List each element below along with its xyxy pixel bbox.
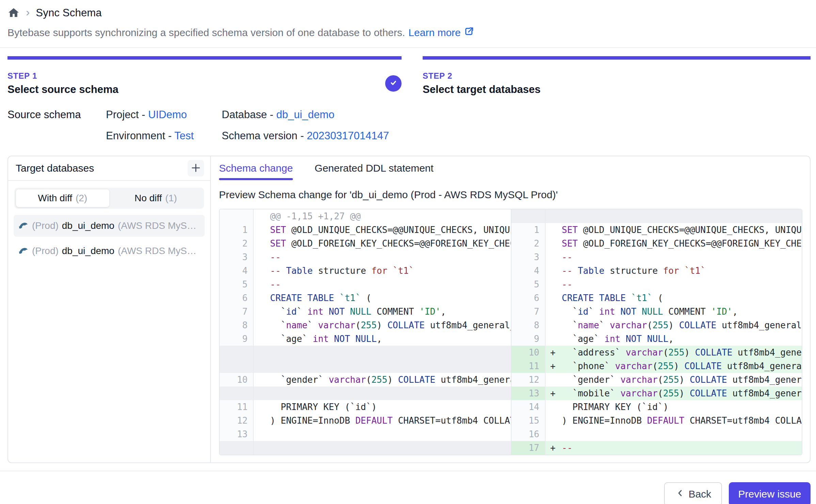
tab-label: Schema change: [219, 162, 293, 174]
step-1: STEP 1 Select source schema: [7, 56, 402, 96]
diff-row: 13: [220, 427, 511, 441]
code-token: [281, 266, 286, 276]
code-token: utf8mb4_genera: [727, 388, 802, 398]
code-line: CREATE TABLE `t1` (: [254, 291, 511, 305]
learn-more-link[interactable]: Learn more: [408, 26, 474, 39]
line-number: 12: [512, 373, 546, 387]
code-token: COLLATE: [398, 375, 436, 385]
code-token: `: [562, 306, 578, 317]
code-token: --: [270, 266, 281, 276]
code-token: `: [308, 320, 318, 330]
mysql-icon: [18, 245, 29, 258]
footer-divider: [0, 471, 816, 471]
line-number: 1: [512, 223, 546, 237]
code-token: `phone`: [562, 361, 615, 371]
back-button[interactable]: Back: [664, 482, 722, 504]
line-number: 9: [220, 332, 254, 346]
code-token: for: [371, 266, 387, 276]
line-number: 7: [220, 305, 254, 318]
home-button[interactable]: [7, 6, 20, 20]
code-line: + `phone` varchar(255) COLLATE utf8mb4_g…: [546, 359, 802, 373]
source-schema-label: Source schema: [7, 109, 106, 121]
environment-link[interactable]: Test: [174, 130, 194, 142]
project-link[interactable]: UIDemo: [148, 109, 187, 121]
code-token: [637, 306, 642, 317]
code-token: `t1`: [685, 266, 706, 276]
code-token: [324, 306, 329, 317]
database-item-2[interactable]: (Prod) db_ui_demo (AWS RDS MyS…: [14, 240, 205, 262]
diff-filler-row: [220, 359, 511, 373]
code-token: int: [313, 334, 329, 344]
code-token: --: [562, 252, 572, 262]
tab-generated-ddl[interactable]: Generated DDL statement: [315, 162, 434, 180]
database-link[interactable]: db_ui_demo: [276, 109, 334, 121]
diff-row: 1SET @OLD_UNIQUE_CHECKS=@@UNIQUE_CHECKS,…: [512, 223, 802, 237]
code-token: ) ENGINE=InnoDB: [270, 415, 355, 426]
diff-filler-row: [220, 387, 511, 400]
back-label: Back: [689, 488, 711, 500]
schema-version-link[interactable]: 20230317014147: [307, 130, 389, 142]
code-token: (: [647, 320, 653, 330]
diff-row: 8 `name` varchar(255) COLLATE utf8mb4_ge…: [220, 318, 511, 332]
code-token: NOT: [621, 306, 637, 317]
diff-row: 7 `id` int NOT NULL COMMENT 'ID',: [512, 305, 802, 318]
filter-count: (1): [165, 193, 177, 204]
filter-with-diff[interactable]: With diff (2): [16, 189, 109, 207]
diff-row: 5--: [220, 278, 511, 291]
code-line: `name` varchar(255) COLLATE utf8mb4_gene…: [546, 318, 802, 332]
code-token: 'ID': [419, 306, 441, 317]
code-token: (: [658, 388, 663, 398]
diff-add-marker: +: [550, 388, 556, 398]
step1-completed-badge: [385, 75, 402, 92]
code-token: varchar: [610, 320, 647, 330]
code-token: SET: [270, 238, 286, 249]
code-line: @@ -1,15 +1,27 @@: [254, 209, 511, 223]
page-header: › Sync Schema Bytebase supports synchron…: [0, 0, 816, 48]
code-token: --: [270, 252, 281, 262]
code-token: CHARSET=utf8mb4 COLLAT: [393, 415, 511, 426]
tab-schema-change[interactable]: Schema change: [219, 162, 293, 180]
line-number: 13: [512, 387, 546, 400]
code-line: `id` int NOT NULL COMMENT 'ID',: [546, 305, 802, 318]
code-token: ) ENGINE=InnoDB: [562, 415, 647, 426]
line-number: 1: [220, 223, 254, 237]
db-name: db_ui_demo: [62, 220, 114, 231]
step2-progress-bar: [423, 56, 811, 60]
line-number: 12: [220, 414, 254, 427]
code-token: ,: [377, 334, 382, 344]
footer-actions: Back Preview issue: [0, 482, 811, 504]
code-line: [254, 346, 511, 359]
code-token: CHARSET=utf8mb4 COLLAT: [685, 415, 802, 426]
add-database-button[interactable]: [188, 160, 204, 176]
code-token: utf8mb4_genera: [435, 375, 511, 385]
diff-filler-row: [220, 441, 511, 455]
home-icon: [7, 6, 20, 20]
diff-row: 2SET @OLD_FOREIGN_KEY_CHECKS=@@FOREIGN_K…: [512, 237, 802, 250]
field-name: Project: [106, 109, 139, 121]
line-number: 8: [512, 318, 546, 332]
line-number: 5: [512, 278, 546, 291]
filter-no-diff[interactable]: No diff (1): [109, 189, 203, 207]
database-item-1[interactable]: (Prod) db_ui_demo (AWS RDS MyS…: [14, 215, 205, 237]
code-token: NOT NULL: [626, 334, 668, 344]
code-token: varchar: [615, 361, 653, 371]
preview-issue-button[interactable]: Preview issue: [729, 482, 811, 504]
code-token: id: [578, 306, 588, 317]
code-token: name: [578, 320, 599, 330]
line-number: 2: [512, 237, 546, 250]
code-token: [387, 266, 393, 276]
field-name: Schema version: [222, 130, 297, 142]
diff-filler-row: [512, 209, 802, 223]
line-number: 10: [220, 373, 254, 387]
code-token: utf8mb4_general: [722, 361, 802, 371]
line-number: [220, 209, 254, 223]
learn-more-label: Learn more: [408, 27, 460, 38]
code-token: COLLATE: [690, 375, 727, 385]
diff-added-row: 10+ `address` varchar(255) COLLATE utf8m…: [512, 346, 802, 359]
code-token: SET: [270, 225, 286, 235]
code-token: `: [562, 320, 578, 330]
tab-label: Generated DDL statement: [315, 162, 434, 174]
db-instance: (AWS RDS MyS…: [118, 246, 197, 256]
code-token: --: [562, 266, 572, 276]
code-token: `t1`: [631, 293, 653, 303]
